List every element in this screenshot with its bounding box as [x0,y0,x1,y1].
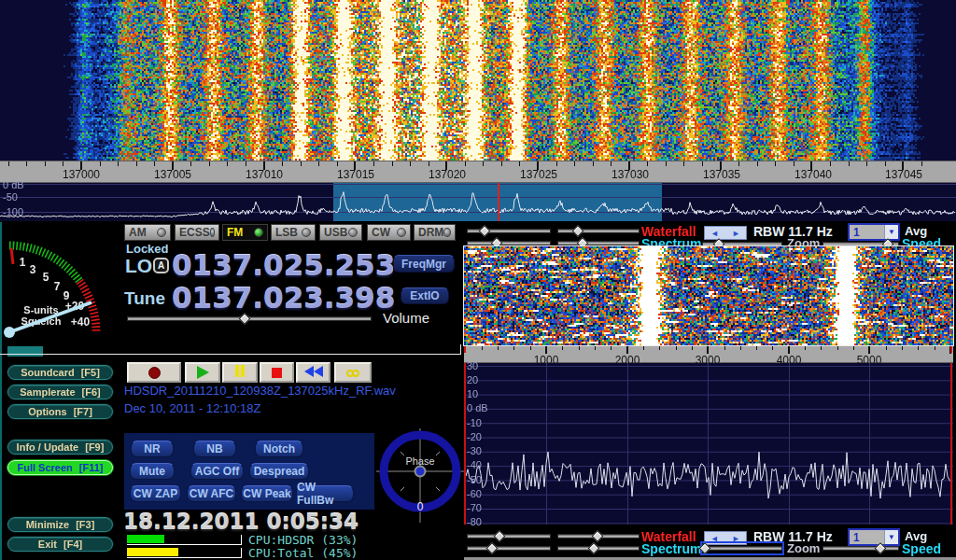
slider-thumb[interactable] [874,542,886,554]
frequency-tick-label: 137035 [703,168,740,181]
exit-button[interactable]: Exit [F4] [7,537,113,552]
agc-off-button[interactable]: AGC Off [190,463,244,480]
spectrum-offset-slider-2[interactable] [557,543,640,553]
phase-indicator: Phase 0 [376,427,465,525]
mode-label: USB [324,226,347,239]
rewind-button[interactable] [296,362,330,383]
dsp-label: CW Peak [243,487,290,500]
mode-led-icon [254,228,263,237]
waterfall-brightness-slider-2[interactable] [467,531,551,541]
audio-frequency-scale[interactable]: 10002000300040005000 [464,346,953,363]
dsp-label: CW ZAP [134,487,177,500]
date-time-display: 18.12.2011 0:05:34 [123,510,358,534]
slider-thumb[interactable] [587,542,599,554]
mode-fm-button[interactable]: FM [222,224,268,241]
volume-label: Volume [383,310,429,326]
freqmgr-button[interactable]: FreqMgr [393,255,455,273]
loop-button[interactable] [334,362,372,383]
mute-button[interactable]: Mute [130,463,175,480]
soundcard-button[interactable]: Soundcard [F5] [7,365,113,380]
slider-thumb[interactable] [494,530,506,542]
rf-spectrum-display[interactable]: 3020100 dB-10-20-30-40-50-60-70-80 [464,363,953,525]
despread-button[interactable]: Despread [249,463,309,480]
chevron-down-icon[interactable]: ▼ [884,530,898,544]
dsp-label: AGC Off [195,465,239,478]
mode-ecss-button[interactable]: ECSS [175,224,219,241]
cw-zap-button[interactable]: CW ZAP [130,485,181,502]
stop-button[interactable] [260,362,294,383]
samplerate-button[interactable]: Samplerate [F6] [7,385,113,399]
mode-lsb-button[interactable]: LSB [271,224,316,241]
smeter-tick-5: 5 [43,271,49,284]
pause-button[interactable] [222,362,258,383]
mode-cw-button[interactable]: CW [367,224,411,241]
slider-track[interactable] [557,229,640,233]
rf-waterfall-frame [463,245,954,346]
volume-slider-thumb[interactable] [238,313,250,325]
extio-button[interactable]: ExtIO [401,287,449,304]
mode-usb-button[interactable]: USB [319,224,362,241]
smeter-tick-1: 1 [20,256,26,269]
arrow-left-icon[interactable]: ◄ [710,229,719,238]
waterfall-contrast-slider[interactable] [557,226,640,236]
play-button[interactable] [185,362,220,383]
record-button[interactable] [127,362,181,383]
waterfall-brightness-slider[interactable] [467,226,551,236]
spectrum-overview-strip[interactable]: 0 dB-50-100 [0,183,956,221]
panel-separator-tick [460,344,461,355]
mode-drm-button[interactable]: DRM [414,224,456,241]
frequency-tick-label: 137005 [154,168,191,181]
lo-auto-button[interactable]: A [153,258,169,273]
cw-fullbw-button[interactable]: CW FullBw [296,485,354,502]
squelch-indicator-bar[interactable] [7,346,43,357]
options-button[interactable]: Options [F7] [7,404,113,419]
main-waterfall-display[interactable] [0,0,956,161]
arrow-left-icon[interactable]: ◄ [710,534,719,543]
recording-timestamp: Dec 10, 2011 - 12:10:18Z [124,401,260,415]
auto-button-label: A [158,260,164,271]
pause-icon [234,364,246,381]
cw-afc-button[interactable]: CW AFC [187,485,236,502]
slider-thumb[interactable] [486,542,499,554]
button-fkey: [F11] [79,462,104,473]
slider-track[interactable] [467,546,551,551]
cw-peak-button[interactable]: CW Peak [241,485,293,502]
frequency-tick-label: 137000 [63,168,100,181]
slider-thumb[interactable] [592,530,604,542]
arrow-right-icon[interactable]: ► [732,229,740,238]
fullscreen-button[interactable]: Full Screen [F11] [7,460,113,475]
db-tick-label: -50 [3,191,18,203]
cpu-total-text: CPU:Total (45%) [248,546,358,560]
volume-slider[interactable] [127,314,372,324]
waterfall-contrast-slider-2[interactable] [557,531,640,541]
notch-button[interactable]: Notch [255,441,303,457]
mode-label: AM [129,226,147,239]
lo-frequency-display[interactable]: 0137.025.253 [172,251,395,280]
slider-thumb[interactable] [479,225,491,237]
avg-count-value: 1 [850,225,884,239]
slider-track[interactable] [702,546,782,551]
frequency-tick-label: 137040 [794,168,832,181]
tune-frequency-display[interactable]: 0137.023.398 [172,284,395,313]
spectrum-label-2[interactable]: Spectrum [641,541,702,556]
info-update-button[interactable]: Info / Update [F9] [7,440,113,455]
nb-button[interactable]: NB [193,441,236,457]
slider-track[interactable] [822,546,899,551]
zoom-slider-2[interactable] [702,543,782,553]
chevron-down-icon[interactable]: ▼ [884,225,898,239]
speed-slider-2[interactable] [822,543,899,553]
recording-filename: HDSDR_20111210_120938Z_137025kHz_RF.wav [124,384,396,398]
main-frequency-scale[interactable]: 1370001370051370101370151370201370251370… [0,161,956,183]
frequency-tick-label: 137015 [337,168,374,181]
slider-thumb[interactable] [572,225,584,237]
spectrum-range-slider-2[interactable] [467,543,551,553]
minimize-button[interactable]: Minimize [F3] [7,517,113,532]
rf-waterfall-display[interactable] [464,246,953,345]
slider-track[interactable] [467,534,551,539]
mode-am-button[interactable]: AM [124,224,171,241]
rbw-spinner[interactable]: ◄► [704,226,747,240]
arrow-right-icon[interactable]: ► [732,534,740,543]
nr-button[interactable]: NR [131,441,174,457]
freqmgr-label: FreqMgr [401,258,446,271]
cpu-total-bar [127,548,242,558]
